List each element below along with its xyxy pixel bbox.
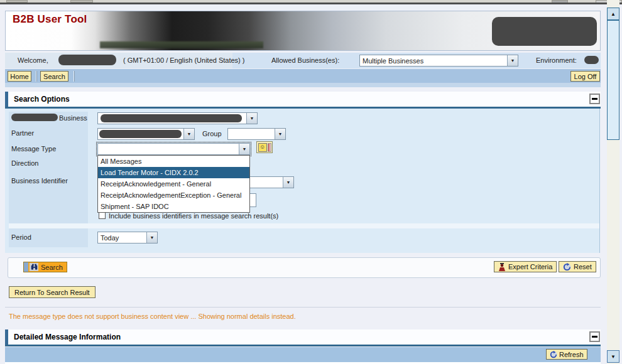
refresh-icon	[550, 351, 557, 358]
reset-button[interactable]: Reset	[559, 261, 596, 272]
collapse-detailed-message-button[interactable]	[589, 331, 600, 342]
warning-message: The message type does not support busine…	[9, 313, 296, 320]
redacted-business-value	[101, 114, 242, 122]
group-label: Group	[202, 130, 222, 137]
section-border	[5, 345, 601, 346]
form-label-column	[9, 112, 88, 223]
nav-separator	[36, 71, 37, 82]
reset-label: Reset	[574, 263, 592, 270]
chevron-down-icon[interactable]: ▼	[146, 232, 157, 243]
search-options-body	[5, 109, 600, 253]
binoculars-icon	[30, 263, 38, 271]
scrollbar-thumb[interactable]	[607, 20, 619, 140]
chevron-down-icon[interactable]: ▼	[239, 144, 249, 154]
return-to-search-result-button[interactable]: Return To Search Result	[9, 286, 95, 298]
scroll-down-button[interactable]: ▼	[607, 350, 619, 363]
welcome-label: Welcome,	[18, 56, 48, 64]
message-type-value-help-button[interactable]: ☺	[256, 141, 273, 153]
locale-text: ( GMT+01:00 / English (United States) )	[123, 56, 245, 64]
expert-criteria-button[interactable]: Expert Criteria	[494, 261, 557, 272]
period-select[interactable]: Today ▼	[97, 232, 158, 244]
direction-label: Direction	[11, 159, 38, 167]
search-options-header	[8, 92, 601, 107]
partner-label: Partner	[11, 129, 34, 137]
chevron-down-icon[interactable]: ▼	[246, 113, 257, 124]
collapse-search-options-button[interactable]	[589, 94, 600, 104]
message-type-label: Message Type	[11, 145, 56, 153]
message-type-dropdown-list: All Messages Load Tender Motor - CIDX 2.…	[97, 155, 250, 213]
redacted-logo	[492, 17, 597, 46]
scroll-up-button[interactable]: ▲	[607, 8, 619, 20]
business-identifier-label: Business Identifier	[11, 177, 68, 185]
smiley-card-stripes	[268, 143, 271, 152]
minus-icon	[592, 98, 597, 100]
form-separator-band	[9, 223, 599, 228]
detailed-message-action-bar	[5, 347, 601, 362]
nav-bar	[5, 69, 601, 83]
include-identifiers-checkbox[interactable]	[99, 212, 106, 219]
period-label: Period	[11, 233, 31, 241]
log-off-button[interactable]: Log Off	[570, 71, 600, 82]
refresh-label: Refresh	[559, 351, 584, 358]
window-border-line	[0, 3, 622, 4]
app-title: B2B User Tool	[13, 13, 87, 26]
redacted-environment-value	[584, 56, 599, 64]
message-type-select[interactable]: ▼	[97, 143, 250, 155]
allowed-business-select[interactable]: Multiple Businesses ▼	[359, 55, 518, 67]
allowed-business-label: Allowed Business(es):	[271, 56, 339, 64]
allowed-business-value: Multiple Businesses	[360, 57, 507, 65]
refresh-button[interactable]: Refresh	[546, 349, 587, 360]
minus-icon	[592, 336, 597, 338]
scroll-down-icon: ▼	[611, 354, 616, 360]
smiley-icon: ☺	[258, 143, 267, 152]
include-identifiers-label: Include business identifiers in message …	[109, 212, 278, 220]
dropdown-option-load-tender-motor[interactable]: Load Tender Motor - CIDX 2.0.2	[98, 167, 249, 178]
redacted-partner-value	[99, 130, 182, 138]
redacted-username	[58, 55, 116, 65]
nav-separator	[74, 71, 75, 82]
divider	[5, 307, 601, 308]
reset-icon	[563, 263, 571, 271]
business-label: Business	[59, 114, 87, 122]
environment-label: Environment:	[536, 56, 577, 64]
search-button-label: Search	[40, 264, 67, 271]
chevron-down-icon[interactable]: ▼	[183, 129, 194, 139]
search-button[interactable]: Search	[23, 262, 67, 272]
dropdown-option-receipt-acknowledgement[interactable]: ReceiptAcknowledgement - General	[98, 178, 249, 190]
dropdown-option-receipt-acknowledgement-exception[interactable]: ReceiptAcknowledgementException - Genera…	[98, 190, 249, 201]
nav-sub-strip	[5, 83, 601, 87]
period-select-value: Today	[98, 234, 146, 242]
banner-photo-hedge	[100, 41, 263, 48]
nav-search-button[interactable]: Search	[40, 71, 68, 82]
page: B2B User Tool Welcome, ( GMT+01:00 / Eng…	[0, 0, 622, 364]
chevron-down-icon[interactable]: ▼	[275, 129, 285, 139]
scroll-up-icon: ▲	[611, 11, 616, 17]
detailed-message-title: Detailed Message Information	[14, 333, 121, 341]
expert-criteria-label: Expert Criteria	[508, 263, 552, 270]
redacted-business-label-prefix	[11, 114, 58, 121]
dropdown-option-shipment-sap-idoc[interactable]: Shipment - SAP IDOC	[98, 201, 249, 212]
search-button-accent	[24, 262, 28, 272]
chevron-down-icon[interactable]: ▼	[507, 55, 518, 66]
group-select[interactable]: ▼	[227, 128, 286, 140]
home-button[interactable]: Home	[8, 71, 31, 82]
person-icon	[498, 263, 506, 271]
search-options-title: Search Options	[14, 95, 70, 104]
dropdown-option-all-messages[interactable]: All Messages	[98, 156, 249, 167]
chevron-down-icon[interactable]: ▼	[283, 177, 293, 188]
